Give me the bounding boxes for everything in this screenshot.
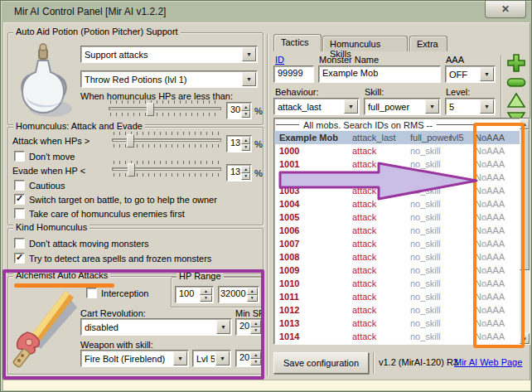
- mob-cell: attack: [352, 303, 409, 317]
- percent-label: %: [254, 168, 263, 178]
- slider-thumb[interactable]: [128, 163, 135, 177]
- spin-up-button[interactable]: ▲: [241, 137, 250, 144]
- checkbox-icon: [14, 238, 25, 249]
- slider-track[interactable]: [109, 107, 221, 110]
- annotation-orange-box: [473, 123, 525, 348]
- separator-text: All mobs. Search IDs on RMS --: [299, 119, 437, 132]
- dont-attack-moving-checkbox[interactable]: Don't attack moving monsters: [14, 238, 149, 249]
- monster-name-value: Example Mob: [319, 66, 440, 82]
- checkbox-icon: ✓: [14, 194, 25, 205]
- potion-hp-slider[interactable]: [108, 99, 222, 120]
- add-mob-button[interactable]: [506, 53, 526, 73]
- spin-up-button[interactable]: ▲: [241, 166, 250, 173]
- dropdown-arrow-icon[interactable]: ▼: [480, 99, 494, 114]
- mob-cell: attack: [352, 250, 409, 264]
- save-configuration-button[interactable]: Save configuration: [273, 352, 369, 374]
- attack-hp-spinner[interactable]: 13 ▲▼: [226, 135, 252, 152]
- spinner-value: 13: [227, 165, 240, 181]
- dropdown-arrow-icon[interactable]: ▼: [344, 99, 358, 114]
- spin-down-icon: ▼: [244, 174, 248, 178]
- mob-cell: no_skill: [410, 330, 457, 343]
- web-page-link[interactable]: Mir AI Web Page: [454, 357, 522, 367]
- mob-cell: no_skill: [410, 303, 457, 317]
- separator-line: [276, 124, 299, 126]
- mob-cell: attack: [352, 317, 409, 330]
- mob-cell: no_skill: [410, 290, 457, 303]
- checkbox-label: Take care of homunculus enemies first: [29, 209, 185, 219]
- tab-tactics[interactable]: Tactics: [273, 34, 322, 51]
- aaa-label: AAA: [446, 55, 464, 65]
- checkbox-icon: ✓: [14, 253, 25, 264]
- tab-label: Extra: [417, 39, 438, 49]
- spin-down-button[interactable]: ▼: [241, 144, 250, 152]
- footer-divider: [373, 352, 375, 374]
- id-input[interactable]: 99999: [273, 65, 314, 83]
- mob-cell: 1010: [279, 277, 351, 290]
- spinner-value: 13: [227, 136, 240, 152]
- attack-when-label: Attack when HPs >: [12, 136, 89, 146]
- close-button[interactable]: ✕: [485, 1, 526, 18]
- remove-mob-button[interactable]: [506, 77, 526, 88]
- mob-cell: attack: [352, 330, 409, 343]
- level-value: 5: [446, 102, 479, 112]
- evade-when-label: Evade when HP <: [12, 166, 85, 176]
- monster-name-label: Monster Name: [319, 55, 379, 65]
- mob-cell: attack: [352, 211, 409, 224]
- tab-homunculus-skills[interactable]: Homunculus Skills: [322, 36, 408, 51]
- version-text: v1.2 (MirAI-120) R3: [379, 357, 458, 367]
- skill-label: Skill:: [365, 87, 384, 97]
- support-mode-combo[interactable]: Support attacks ▼: [80, 46, 258, 63]
- dropdown-arrow-icon[interactable]: ▼: [242, 47, 256, 61]
- mob-cell: 1006: [279, 224, 351, 237]
- slider-thumb[interactable]: [127, 134, 134, 148]
- monster-name-input[interactable]: Example Mob: [318, 65, 441, 83]
- evade-hp-slider[interactable]: [111, 160, 222, 181]
- checkbox-label: Don't move: [29, 152, 75, 162]
- spin-up-button[interactable]: ▲: [241, 104, 250, 111]
- mob-cell: 1009: [279, 264, 351, 277]
- mob-cell: 1008: [279, 250, 351, 264]
- checkbox-icon: [14, 208, 25, 219]
- dont-move-checkbox[interactable]: Don't move: [14, 151, 75, 162]
- behaviour-value: attack_last: [274, 102, 343, 112]
- mob-cell: no_skill: [410, 237, 457, 250]
- minus-icon: [508, 79, 525, 86]
- level-combo[interactable]: 5 ▼: [445, 98, 496, 115]
- mob-cell: 1007: [279, 237, 351, 250]
- mob-cell: attack: [352, 237, 409, 250]
- detect-area-spells-checkbox[interactable]: ✓ Try to detect area spells and frozen m…: [14, 253, 211, 264]
- mob-cell: 1013: [279, 317, 351, 330]
- checkmark-icon: ✓: [16, 194, 23, 203]
- spin-down-button[interactable]: ▼: [241, 173, 250, 181]
- mob-cell: no_skill: [410, 250, 457, 264]
- dropdown-arrow-icon[interactable]: ▼: [480, 67, 494, 81]
- dropdown-arrow-icon[interactable]: ▼: [425, 99, 439, 114]
- mob-cell: no_skill: [410, 224, 457, 237]
- spin-up-icon: ▲: [244, 105, 248, 109]
- potion-hp-spinner[interactable]: 30 ▲▼: [226, 102, 252, 119]
- id-link[interactable]: ID: [275, 55, 284, 65]
- aaa-combo[interactable]: OFF ▼: [445, 65, 496, 83]
- tab-extra[interactable]: Extra: [409, 36, 447, 51]
- tab-label: Tactics: [281, 37, 309, 47]
- evade-hp-spinner[interactable]: 13 ▲▼: [226, 164, 252, 181]
- take-care-checkbox[interactable]: Take care of homunculus enemies first: [14, 208, 185, 219]
- kind-homunculus-group: Kind Homunculus: [7, 228, 264, 274]
- move-up-button[interactable]: [506, 92, 526, 109]
- support-mode-value: Support attacks: [81, 50, 241, 60]
- potion-type-value: Throw Red Potions (lvl 1): [81, 75, 241, 85]
- spin-down-button[interactable]: ▼: [241, 111, 250, 119]
- cautious-checkbox[interactable]: Cautious: [14, 180, 65, 191]
- spin-down-icon: ▼: [244, 145, 248, 149]
- header-level: lvl5: [450, 131, 473, 144]
- mob-cell: no_skill: [410, 264, 457, 277]
- skill-combo[interactable]: full_power ▼: [364, 98, 441, 115]
- potion-image: [14, 42, 75, 120]
- slider-thumb[interactable]: [147, 103, 154, 116]
- dropdown-arrow-icon[interactable]: ▼: [242, 72, 256, 86]
- potion-type-combo[interactable]: Throw Red Potions (lvl 1) ▼: [80, 70, 258, 88]
- behaviour-combo[interactable]: attack_last ▼: [273, 98, 360, 115]
- mob-cell: 1012: [279, 303, 351, 317]
- attack-hp-slider[interactable]: [111, 131, 222, 152]
- switch-target-checkbox[interactable]: ✓ Switch target on battle, to go to help…: [14, 194, 217, 205]
